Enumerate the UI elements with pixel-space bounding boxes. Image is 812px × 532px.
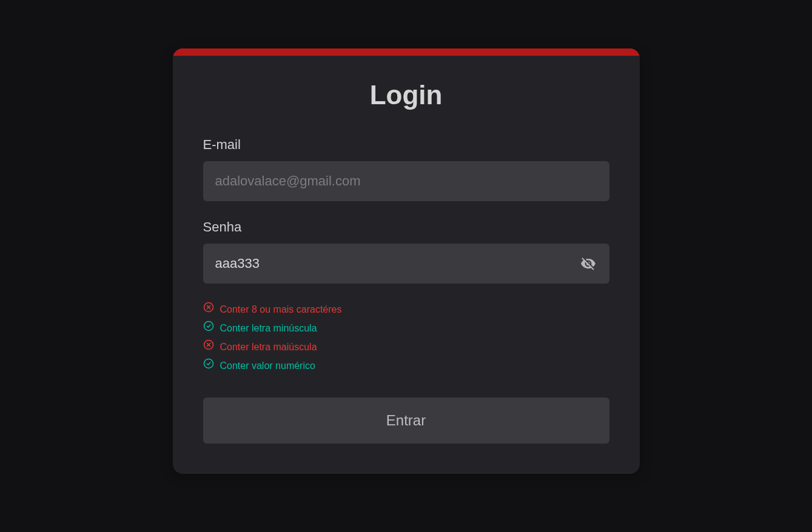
x-circle-icon	[203, 302, 214, 317]
accent-bar	[173, 48, 640, 56]
submit-button[interactable]: Entrar	[203, 397, 609, 444]
svg-point-3	[204, 359, 213, 368]
validation-text: Conter letra maiúscula	[220, 340, 317, 354]
email-label: E-mail	[203, 137, 609, 153]
email-input[interactable]	[203, 161, 609, 201]
validation-text: Conter letra minúscula	[220, 321, 317, 336]
password-group: Senha	[203, 219, 609, 284]
email-input-wrapper	[203, 161, 609, 201]
email-group: E-mail	[203, 137, 609, 201]
x-circle-icon	[203, 339, 214, 354]
toggle-password-visibility-button[interactable]	[575, 251, 601, 276]
eye-off-icon	[580, 256, 596, 271]
check-circle-icon	[203, 358, 214, 373]
validation-item: Conter letra maiúscula	[203, 339, 609, 354]
page-title: Login	[203, 80, 609, 110]
password-input-wrapper	[203, 244, 609, 284]
login-card: Login E-mail Senha Conter 8 ou mais cara…	[173, 48, 640, 474]
card-content: Login E-mail Senha Conter 8 ou mais cara…	[173, 56, 640, 474]
password-input[interactable]	[203, 244, 609, 284]
svg-point-1	[204, 322, 213, 331]
check-circle-icon	[203, 321, 214, 336]
validation-item: Conter valor numérico	[203, 358, 609, 373]
password-label: Senha	[203, 219, 609, 235]
validation-item: Conter letra minúscula	[203, 321, 609, 336]
validation-text: Conter valor numérico	[220, 359, 315, 373]
password-validation-list: Conter 8 ou mais caractéresConter letra …	[203, 302, 609, 373]
validation-item: Conter 8 ou mais caractéres	[203, 302, 609, 317]
validation-text: Conter 8 ou mais caractéres	[220, 302, 342, 317]
